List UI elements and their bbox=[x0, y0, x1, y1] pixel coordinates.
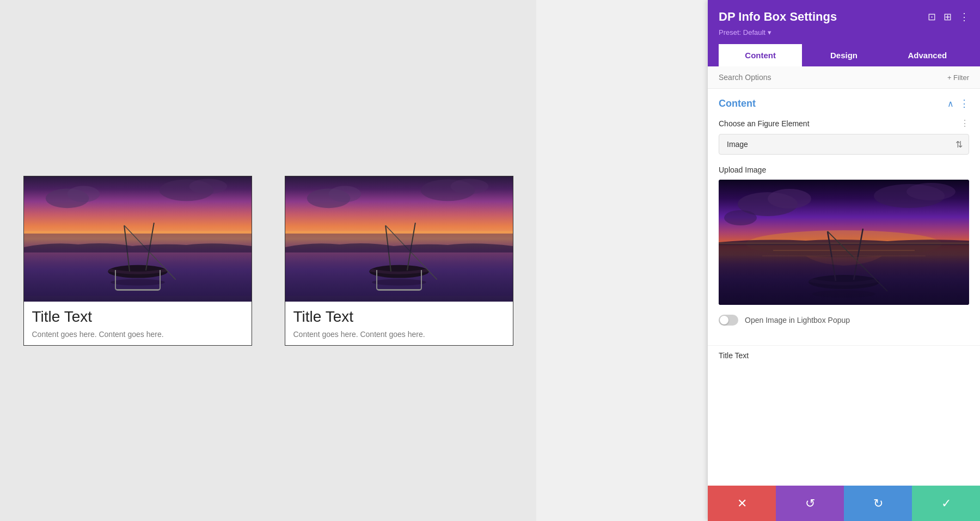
info-box-2: Title Text Content goes here. Content go… bbox=[285, 176, 513, 346]
cancel-button[interactable]: ✕ bbox=[708, 486, 776, 521]
svg-point-6 bbox=[108, 265, 167, 278]
panel-title-row: DP Info Box Settings ⊡ ⊞ ⋮ bbox=[719, 10, 969, 24]
content-section: Content ∧ ⋮ Choose an Figure Element ⋮ I… bbox=[708, 89, 980, 345]
filter-label: + Filter bbox=[947, 73, 969, 82]
info-box-2-content: Title Text Content goes here. Content go… bbox=[285, 302, 513, 345]
info-box-2-text: Content goes here. Content goes here. bbox=[293, 330, 505, 339]
info-box-1-text: Content goes here. Content goes here. bbox=[32, 330, 243, 339]
figure-element-select[interactable]: Image Icon Video bbox=[719, 134, 969, 155]
toggle-knob bbox=[720, 316, 728, 324]
tab-design[interactable]: Design bbox=[802, 44, 885, 66]
svg-point-12 bbox=[328, 186, 361, 202]
sunset-image-1 bbox=[24, 176, 252, 302]
svg-rect-5 bbox=[24, 234, 252, 296]
tab-content[interactable]: Content bbox=[719, 44, 802, 66]
svg-rect-16 bbox=[285, 234, 513, 296]
settings-panel: DP Info Box Settings ⊡ ⊞ ⋮ Preset: Defau… bbox=[708, 0, 980, 521]
figure-element-label: Choose an Figure Element ⋮ bbox=[719, 118, 969, 128]
panel-preset[interactable]: Preset: Default ▾ bbox=[719, 28, 969, 36]
section-header: Content ∧ ⋮ bbox=[719, 97, 969, 109]
upload-image-label: Upload Image bbox=[719, 166, 969, 174]
svg-point-27 bbox=[724, 210, 757, 225]
preset-label: Preset: Default bbox=[719, 28, 765, 36]
screen-icon[interactable]: ⊡ bbox=[928, 11, 936, 23]
svg-point-37 bbox=[812, 290, 875, 298]
svg-point-33 bbox=[808, 275, 879, 289]
filter-button[interactable]: + Filter bbox=[947, 73, 969, 82]
info-box-image-1 bbox=[24, 176, 252, 302]
svg-point-17 bbox=[369, 265, 428, 278]
info-box-1: Title Text Content goes here. Content go… bbox=[23, 176, 252, 346]
undo-button[interactable]: ↺ bbox=[776, 486, 844, 521]
panel-body: + Filter Content ∧ ⋮ Choose an Figure El… bbox=[708, 66, 980, 486]
search-bar: + Filter bbox=[708, 66, 980, 89]
tab-advanced[interactable]: Advanced bbox=[886, 44, 969, 66]
section-collapse-icon[interactable]: ∧ bbox=[947, 99, 954, 109]
svg-point-3 bbox=[189, 179, 227, 194]
figure-element-dots-icon[interactable]: ⋮ bbox=[960, 118, 969, 128]
redo-icon: ↻ bbox=[873, 497, 883, 511]
panel-tabs: Content Design Advanced bbox=[719, 44, 969, 66]
panel-header-icons: ⊡ ⊞ ⋮ bbox=[928, 11, 969, 23]
figure-element-select-wrapper: Image Icon Video ⇅ bbox=[719, 134, 969, 155]
panel-title: DP Info Box Settings bbox=[719, 10, 837, 24]
title-text-section: Title Text bbox=[708, 345, 980, 365]
panel-header: DP Info Box Settings ⊡ ⊞ ⋮ Preset: Defau… bbox=[708, 0, 980, 66]
lightbox-row: Open Image in Lightbox Popup bbox=[719, 315, 969, 326]
lightbox-label: Open Image in Lightbox Popup bbox=[745, 316, 850, 324]
section-controls: ∧ ⋮ bbox=[947, 97, 969, 109]
svg-point-1 bbox=[67, 186, 100, 202]
svg-point-26 bbox=[906, 183, 955, 200]
undo-icon: ↺ bbox=[805, 497, 815, 511]
info-box-1-content: Title Text Content goes here. Content go… bbox=[24, 302, 252, 345]
sunset-image-2 bbox=[285, 176, 513, 302]
more-options-icon[interactable]: ⋮ bbox=[959, 11, 969, 23]
svg-point-21 bbox=[372, 279, 426, 285]
info-box-image-2 bbox=[285, 176, 513, 302]
svg-rect-30 bbox=[719, 244, 969, 305]
cancel-icon: ✕ bbox=[737, 497, 747, 511]
svg-point-14 bbox=[450, 179, 488, 194]
section-title: Content bbox=[719, 98, 756, 109]
svg-rect-15 bbox=[285, 231, 513, 234]
image-preview[interactable] bbox=[719, 180, 969, 305]
bottom-toolbar: ✕ ↺ ↻ ✓ bbox=[708, 486, 980, 521]
info-box-2-title: Title Text bbox=[293, 308, 505, 326]
svg-rect-4 bbox=[24, 231, 252, 234]
svg-point-24 bbox=[768, 189, 811, 209]
figure-element-label-text: Choose an Figure Element bbox=[719, 119, 810, 128]
layout-icon[interactable]: ⊞ bbox=[944, 11, 952, 23]
canvas-area: Title Text Content goes here. Content go… bbox=[0, 0, 536, 521]
lightbox-toggle[interactable] bbox=[719, 315, 738, 326]
preview-boat-svg bbox=[719, 180, 969, 305]
section-more-icon[interactable]: ⋮ bbox=[959, 97, 969, 109]
preset-arrow-icon: ▾ bbox=[768, 28, 771, 36]
save-icon: ✓ bbox=[941, 497, 951, 511]
preview-sunset-bg bbox=[719, 180, 969, 305]
info-box-1-title: Title Text bbox=[32, 308, 243, 326]
search-input[interactable] bbox=[719, 73, 947, 82]
redo-button[interactable]: ↻ bbox=[844, 486, 912, 521]
save-button[interactable]: ✓ bbox=[912, 486, 980, 521]
svg-point-10 bbox=[111, 279, 165, 285]
title-text-label: Title Text bbox=[719, 351, 969, 360]
